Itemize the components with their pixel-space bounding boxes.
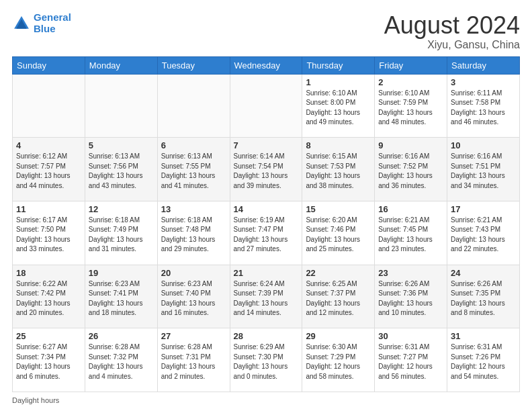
day-info: Sunrise: 6:18 AM Sunset: 7:48 PM Dayligh… (161, 216, 226, 255)
calendar-cell: 17Sunrise: 6:21 AM Sunset: 7:43 PM Dayli… (447, 201, 520, 265)
day-info: Sunrise: 6:22 AM Sunset: 7:42 PM Dayligh… (16, 279, 81, 318)
calendar-cell: 11Sunrise: 6:17 AM Sunset: 7:50 PM Dayli… (13, 201, 85, 265)
day-number: 17 (451, 204, 516, 214)
calendar-day-header: Sunday (13, 56, 85, 74)
day-number: 18 (16, 268, 81, 278)
calendar-cell: 24Sunrise: 6:26 AM Sunset: 7:35 PM Dayli… (447, 265, 520, 328)
day-info: Sunrise: 6:26 AM Sunset: 7:36 PM Dayligh… (378, 279, 443, 318)
day-info: Sunrise: 6:16 AM Sunset: 7:52 PM Dayligh… (378, 152, 443, 191)
calendar-cell: 31Sunrise: 6:31 AM Sunset: 7:26 PM Dayli… (447, 328, 520, 392)
logo-icon (12, 14, 31, 33)
day-number: 29 (306, 331, 371, 341)
day-info: Sunrise: 6:15 AM Sunset: 7:53 PM Dayligh… (306, 152, 371, 191)
day-info: Sunrise: 6:16 AM Sunset: 7:51 PM Dayligh… (451, 152, 516, 191)
day-info: Sunrise: 6:10 AM Sunset: 7:59 PM Dayligh… (378, 89, 443, 128)
calendar-cell: 9Sunrise: 6:16 AM Sunset: 7:52 PM Daylig… (375, 138, 447, 201)
day-number: 16 (378, 204, 443, 214)
calendar-cell: 8Sunrise: 6:15 AM Sunset: 7:53 PM Daylig… (302, 138, 375, 201)
calendar-cell: 3Sunrise: 6:11 AM Sunset: 7:58 PM Daylig… (447, 74, 520, 138)
day-info: Sunrise: 6:24 AM Sunset: 7:39 PM Dayligh… (234, 279, 299, 318)
day-number: 6 (161, 140, 226, 150)
day-number: 30 (378, 331, 443, 341)
day-number: 28 (234, 331, 299, 341)
calendar-cell: 6Sunrise: 6:13 AM Sunset: 7:55 PM Daylig… (157, 138, 230, 201)
day-number: 24 (451, 268, 516, 278)
day-number: 2 (378, 77, 443, 87)
day-number: 14 (234, 204, 299, 214)
day-number: 31 (451, 331, 516, 341)
logo-line1: General (34, 11, 71, 23)
calendar-cell (85, 74, 157, 138)
calendar-cell: 20Sunrise: 6:23 AM Sunset: 7:40 PM Dayli… (157, 265, 230, 328)
title-block: August 2024 Xiyu, Gansu, China (384, 12, 520, 51)
logo-text: General Blue (34, 12, 71, 34)
day-number: 1 (306, 77, 371, 87)
day-info: Sunrise: 6:23 AM Sunset: 7:41 PM Dayligh… (89, 279, 154, 318)
day-info: Sunrise: 6:17 AM Sunset: 7:50 PM Dayligh… (16, 216, 81, 255)
day-number: 11 (16, 204, 81, 214)
day-info: Sunrise: 6:21 AM Sunset: 7:45 PM Dayligh… (378, 216, 443, 255)
calendar-cell: 15Sunrise: 6:20 AM Sunset: 7:46 PM Dayli… (302, 201, 375, 265)
calendar-week-row: 1Sunrise: 6:10 AM Sunset: 8:00 PM Daylig… (13, 74, 520, 138)
calendar-cell: 16Sunrise: 6:21 AM Sunset: 7:45 PM Dayli… (375, 201, 447, 265)
calendar-cell: 7Sunrise: 6:14 AM Sunset: 7:54 PM Daylig… (230, 138, 302, 201)
day-number: 25 (16, 331, 81, 341)
calendar-week-row: 4Sunrise: 6:12 AM Sunset: 7:57 PM Daylig… (13, 138, 520, 201)
day-number: 21 (234, 268, 299, 278)
day-number: 20 (161, 268, 226, 278)
calendar-cell: 21Sunrise: 6:24 AM Sunset: 7:39 PM Dayli… (230, 265, 302, 328)
day-info: Sunrise: 6:28 AM Sunset: 7:31 PM Dayligh… (161, 342, 226, 381)
calendar-cell: 30Sunrise: 6:31 AM Sunset: 7:27 PM Dayli… (375, 328, 447, 392)
day-number: 15 (306, 204, 371, 214)
day-number: 7 (234, 140, 299, 150)
day-info: Sunrise: 6:31 AM Sunset: 7:26 PM Dayligh… (451, 342, 516, 381)
day-info: Sunrise: 6:28 AM Sunset: 7:32 PM Dayligh… (89, 342, 154, 381)
footer: Daylight hours (12, 396, 520, 404)
calendar-cell: 25Sunrise: 6:27 AM Sunset: 7:34 PM Dayli… (13, 328, 85, 392)
calendar-cell: 13Sunrise: 6:18 AM Sunset: 7:48 PM Dayli… (157, 201, 230, 265)
day-info: Sunrise: 6:30 AM Sunset: 7:29 PM Dayligh… (306, 342, 371, 381)
calendar-cell: 28Sunrise: 6:29 AM Sunset: 7:30 PM Dayli… (230, 328, 302, 392)
calendar-cell: 5Sunrise: 6:13 AM Sunset: 7:56 PM Daylig… (85, 138, 157, 201)
calendar-cell: 29Sunrise: 6:30 AM Sunset: 7:29 PM Dayli… (302, 328, 375, 392)
logo: General Blue (12, 12, 71, 34)
day-number: 10 (451, 140, 516, 150)
day-info: Sunrise: 6:26 AM Sunset: 7:35 PM Dayligh… (451, 279, 516, 318)
day-info: Sunrise: 6:12 AM Sunset: 7:57 PM Dayligh… (16, 152, 81, 191)
calendar-week-row: 18Sunrise: 6:22 AM Sunset: 7:42 PM Dayli… (13, 265, 520, 328)
calendar-week-row: 11Sunrise: 6:17 AM Sunset: 7:50 PM Dayli… (13, 201, 520, 265)
calendar-day-header: Thursday (302, 56, 375, 74)
day-info: Sunrise: 6:31 AM Sunset: 7:27 PM Dayligh… (378, 342, 443, 381)
month-year: August 2024 (384, 12, 520, 39)
day-number: 19 (89, 268, 154, 278)
calendar-cell: 22Sunrise: 6:25 AM Sunset: 7:37 PM Dayli… (302, 265, 375, 328)
day-info: Sunrise: 6:13 AM Sunset: 7:55 PM Dayligh… (161, 152, 226, 191)
calendar-cell: 14Sunrise: 6:19 AM Sunset: 7:47 PM Dayli… (230, 201, 302, 265)
day-number: 26 (89, 331, 154, 341)
calendar-header-row: SundayMondayTuesdayWednesdayThursdayFrid… (13, 56, 520, 74)
day-number: 3 (451, 77, 516, 87)
day-number: 9 (378, 140, 443, 150)
day-info: Sunrise: 6:19 AM Sunset: 7:47 PM Dayligh… (234, 216, 299, 255)
day-number: 5 (89, 140, 154, 150)
calendar-week-row: 25Sunrise: 6:27 AM Sunset: 7:34 PM Dayli… (13, 328, 520, 392)
calendar-cell: 27Sunrise: 6:28 AM Sunset: 7:31 PM Dayli… (157, 328, 230, 392)
day-number: 4 (16, 140, 81, 150)
calendar: SundayMondayTuesdayWednesdayThursdayFrid… (12, 56, 520, 392)
calendar-day-header: Saturday (447, 56, 520, 74)
header: General Blue August 2024 Xiyu, Gansu, Ch… (12, 12, 520, 51)
calendar-cell (13, 74, 85, 138)
day-number: 27 (161, 331, 226, 341)
day-number: 22 (306, 268, 371, 278)
day-info: Sunrise: 6:11 AM Sunset: 7:58 PM Dayligh… (451, 89, 516, 128)
calendar-day-header: Tuesday (157, 56, 230, 74)
calendar-cell (157, 74, 230, 138)
day-info: Sunrise: 6:13 AM Sunset: 7:56 PM Dayligh… (89, 152, 154, 191)
day-info: Sunrise: 6:18 AM Sunset: 7:49 PM Dayligh… (89, 216, 154, 255)
day-number: 23 (378, 268, 443, 278)
day-info: Sunrise: 6:21 AM Sunset: 7:43 PM Dayligh… (451, 216, 516, 255)
calendar-cell: 12Sunrise: 6:18 AM Sunset: 7:49 PM Dayli… (85, 201, 157, 265)
day-info: Sunrise: 6:29 AM Sunset: 7:30 PM Dayligh… (234, 342, 299, 381)
calendar-day-header: Friday (375, 56, 447, 74)
calendar-cell: 26Sunrise: 6:28 AM Sunset: 7:32 PM Dayli… (85, 328, 157, 392)
